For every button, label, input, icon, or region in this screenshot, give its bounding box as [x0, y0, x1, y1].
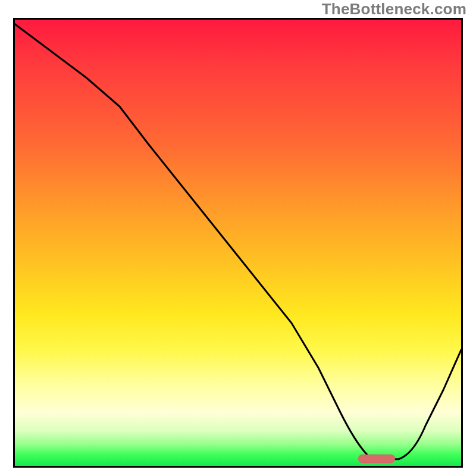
optimal-marker [358, 455, 395, 463]
chart-frame: TheBottleneck.com [0, 0, 476, 476]
curve-overlay [15, 20, 461, 466]
watermark-text: TheBottleneck.com [322, 0, 466, 18]
bottleneck-curve [15, 24, 461, 459]
plot-area [13, 18, 463, 468]
